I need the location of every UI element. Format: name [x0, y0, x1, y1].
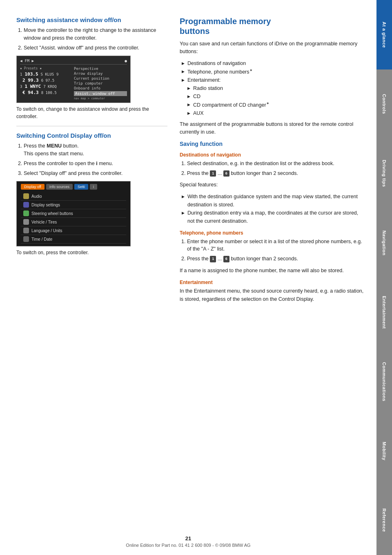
control-display-step-1: Press the MENU button. This opens the st… [24, 142, 167, 158]
control-display-steps: Press the MENU button. This opens the st… [16, 142, 167, 177]
control-display-step-2: Press the controller to open the i menu. [24, 160, 167, 168]
control-display-step-3: Select "Display off" and press the contr… [24, 170, 167, 177]
bullet-aux: AUX [182, 109, 364, 117]
control-display-title: Switching Control Display off/on [16, 132, 167, 139]
telephone-steps: Enter the phone number or select it in a… [180, 238, 364, 263]
sidebar-tab-driving-tips[interactable]: Driving tips [376, 139, 392, 208]
section-divider-1 [16, 126, 167, 126]
bullet-cd-changer: CD compartment of CD changer✶ [182, 101, 364, 109]
telephone-subsection: Telephone, phone numbers Enter the phone… [180, 230, 364, 275]
right-column: Programmable memory buttons You can save… [180, 16, 364, 307]
bullet-cd: CD [182, 92, 364, 101]
bullet-destinations: Destinations of navigation [182, 59, 364, 67]
prog-intro: You can save and run certain functions o… [180, 40, 364, 56]
footer-text: Online Edition for Part no. 01 41 2 600 … [126, 543, 250, 548]
sidebar-tab-reference[interactable]: Reference [376, 486, 392, 555]
assistance-step-1: Move the controller to the right to chan… [24, 27, 167, 42]
entertainment-subsection: Entertainment In the Entertainment menu,… [180, 280, 364, 303]
dest-nav-step-1: Select destination, e.g. in the destinat… [187, 160, 364, 168]
footer: 21 Online Edition for Part no. 01 41 2 6… [0, 535, 376, 548]
assistance-window-section: Switching assistance window off/on Move … [16, 16, 167, 120]
entertainment-header: Entertainment [180, 280, 364, 285]
special-feat-2: During destination entry via a map, the … [182, 209, 364, 225]
saving-function-section: Saving function Destinations of navigati… [180, 141, 364, 303]
entertainment-body: In the Entertainment menu, the sound sou… [180, 287, 364, 303]
saving-function-title: Saving function [180, 141, 364, 147]
telephone-step-1: Enter the phone number or select it in a… [187, 238, 364, 253]
control-display-caption: To switch on, press the controller. [16, 249, 167, 256]
assistance-steps: Move the controller to the right to chan… [16, 27, 167, 51]
assistance-caption: To switch on, change to the assistance w… [16, 105, 167, 120]
assistance-window-title: Switching assistance window off/on [16, 16, 167, 23]
sidebar-tab-at-a-glance[interactable]: At a glance [376, 0, 392, 69]
radio-screen-mockup: ◀ FM ▶ ● ▪ Presets ▪ 1 103.5 S KLUS 9 2 … [16, 56, 131, 103]
telephone-note: If a name is assigned to the phone numbe… [180, 267, 364, 275]
bullet-entertainment: Entertainment: [182, 76, 364, 84]
sidebar-tab-entertainment[interactable]: Entertainment [376, 278, 392, 347]
main-content: Switching assistance window off/on Move … [0, 0, 376, 319]
sidebar-tab-controls[interactable]: Controls [376, 69, 392, 139]
page-number: 21 [0, 535, 376, 542]
dest-nav-steps: Select destination, e.g. in the destinat… [180, 160, 364, 177]
display-screen-mockup: Display off Info sources Setti i Audio D… [16, 181, 131, 246]
control-display-section: Switching Control Display off/on Press t… [16, 132, 167, 256]
bullet-telephone: Telephone, phone numbers✶ [182, 67, 364, 76]
prog-function-list: Destinations of navigation Telephone, ph… [180, 59, 364, 117]
telephone-header: Telephone, phone numbers [180, 230, 364, 236]
special-feat-1: With the destination guidance system and… [182, 192, 364, 209]
assignment-note: The assignment of the programmable butto… [180, 121, 364, 137]
assistance-step-2: Select "Assist. window off" and press th… [24, 44, 167, 52]
dest-nav-header: Destinations of navigation [180, 152, 364, 158]
telephone-step-2: Press the 1 ... 6 button longer than 2 s… [187, 255, 364, 263]
dest-nav-step-2: Press the 1 ... 6 button longer than 2 s… [187, 170, 364, 177]
bullet-radio: Radio station [182, 84, 364, 92]
sidebar-tab-navigation[interactable]: Navigation [376, 208, 392, 278]
programmable-memory-title: Programmable memory buttons [180, 16, 364, 36]
special-features-list: With the destination guidance system and… [180, 192, 364, 225]
dest-nav-subsection: Destinations of navigation Select destin… [180, 152, 364, 225]
sidebar: At a glance Controls Driving tips Naviga… [376, 0, 392, 555]
sidebar-tab-communications[interactable]: Communications [376, 347, 392, 416]
special-features-label: Special features: [180, 181, 364, 189]
sidebar-tab-mobility[interactable]: Mobility [376, 416, 392, 486]
left-column: Switching assistance window off/on Move … [16, 16, 167, 307]
